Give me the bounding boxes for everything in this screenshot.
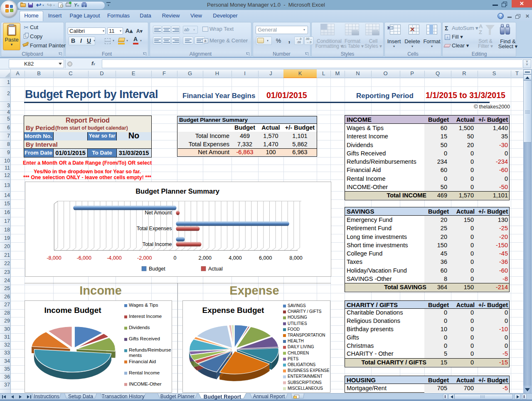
svg-text:OBLIGATIONS: OBLIGATIONS [288,362,315,367]
svg-text:Budget: Budget [149,266,165,272]
svg-text:DAILY LIVING: DAILY LIVING [288,344,314,349]
svg-text:TRANSPORTATION: TRANSPORTATION [288,333,325,337]
svg-text:Financial Aid: Financial Aid [129,359,156,364]
svg-text:UTILITIES: UTILITIES [288,321,307,326]
svg-text:Budget Planner Summary: Budget Planner Summary [135,187,220,195]
svg-text:Actual: Actual [208,266,223,272]
svg-text:SAVINGS: SAVINGS [288,303,306,308]
svg-text:BUSINESS EXPENSE: BUSINESS EXPENSE [288,368,330,373]
svg-text:FOOD: FOOD [288,327,300,332]
svg-text:8,000: 8,000 [289,255,302,261]
svg-text:ments: ments [129,353,142,358]
svg-text:Total Expenses: Total Expenses [136,226,172,231]
svg-text:Dividends: Dividends [129,325,150,330]
svg-text:-4,000: -4,000 [107,255,121,261]
svg-text:Net Amount: Net Amount [145,210,172,216]
svg-text:ENTERTAINMENT: ENTERTAINMENT [288,374,323,379]
svg-text:PETS: PETS [288,357,298,361]
svg-text:2,000: 2,000 [198,255,211,261]
svg-text:-2,000: -2,000 [137,255,151,261]
svg-text:INCOME-Other: INCOME-Other [129,381,162,386]
svg-text:Refunds/Reimburse: Refunds/Reimburse [129,347,171,352]
svg-text:Wages & Tips: Wages & Tips [129,303,158,308]
svg-text:0: 0 [173,255,176,261]
svg-text:Income Budget: Income Budget [44,306,101,315]
svg-text:Interest Income: Interest Income [129,314,162,319]
svg-text:CHARITY / GIFTS: CHARITY / GIFTS [288,309,322,314]
svg-text:-8,000: -8,000 [47,255,61,261]
svg-text:Expense Budget: Expense Budget [202,306,265,315]
svg-text:MISCELLANEOUS: MISCELLANEOUS [288,386,323,391]
svg-text:Total Income: Total Income [142,241,172,247]
svg-text:HEALTH: HEALTH [288,339,304,343]
svg-text:CHILDREN: CHILDREN [288,351,309,355]
svg-text:Gifts Received: Gifts Received [129,336,160,341]
svg-text:HOUSING: HOUSING [288,315,307,320]
svg-text:6,000: 6,000 [259,255,272,261]
svg-text:4,000: 4,000 [229,255,241,261]
svg-text:Rental Income: Rental Income [129,370,160,375]
svg-text:-6,000: -6,000 [76,255,91,261]
svg-text:SUBSCRIPTIONS: SUBSCRIPTIONS [288,380,322,385]
